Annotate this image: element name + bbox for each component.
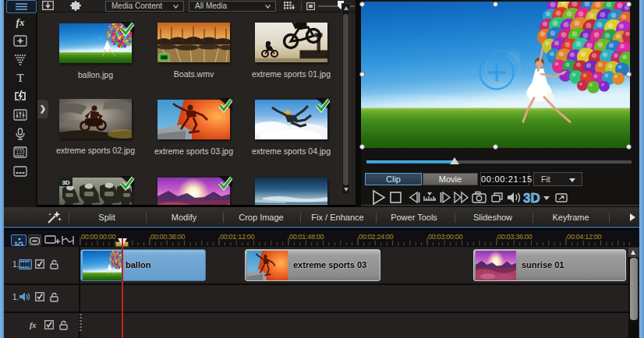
svg-text:3D: 3D — [62, 179, 69, 186]
svg-text:3D: 3D — [523, 191, 540, 206]
svg-text:fx: fx — [16, 16, 25, 28]
svg-text:T: T — [16, 72, 23, 84]
svg-text:123: 123 — [16, 150, 25, 155]
